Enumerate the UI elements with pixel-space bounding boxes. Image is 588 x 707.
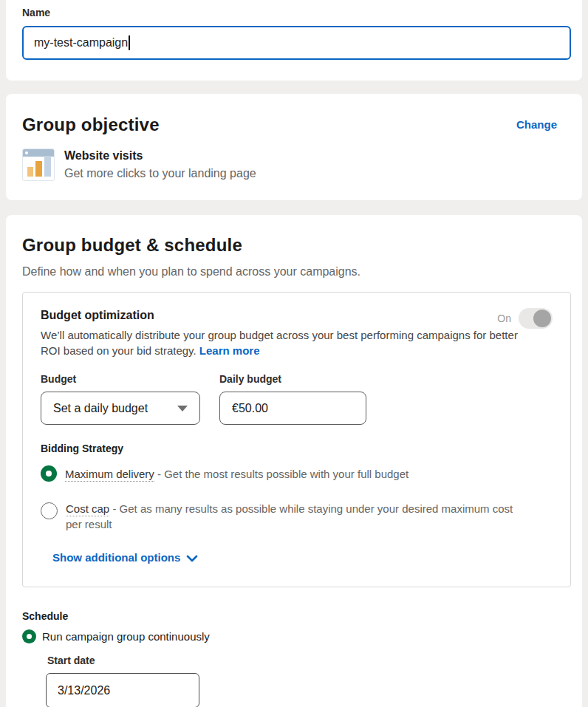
bidding-strategy-label: Bidding Strategy	[41, 443, 553, 454]
budget-optimization-panel: Budget optimization On We’ll automatical…	[22, 292, 571, 587]
maximum-delivery-description: - Get the most results possible with you…	[157, 468, 408, 480]
start-date-value: 3/13/2026	[58, 684, 110, 697]
campaign-name-card: Name my-test-campaign	[6, 0, 582, 81]
radio-run-continuously[interactable]	[22, 629, 36, 643]
website-bar-chart-icon	[22, 148, 55, 181]
daily-budget-value: €50.00	[232, 402, 268, 415]
budget-optimization-title: Budget optimization	[41, 309, 553, 322]
name-input[interactable]: my-test-campaign	[22, 26, 571, 60]
name-label: Name	[22, 7, 571, 18]
radio-maximum-delivery[interactable]	[41, 465, 57, 482]
chevron-down-icon	[186, 554, 198, 563]
budget-optimization-description: We’ll automatically distribute your grou…	[41, 329, 518, 357]
budget-type-label: Budget	[41, 373, 200, 385]
bidding-option-maximum-delivery: Maximum delivery - Get the most results …	[41, 465, 553, 482]
objective-description: Get more clicks to your landing page	[64, 165, 256, 182]
change-objective-link[interactable]: Change	[516, 118, 557, 131]
budget-type-value: Set a daily budget	[53, 402, 148, 415]
bidding-option-cost-cap: Cost cap - Get as many results as possib…	[41, 501, 553, 532]
cost-cap-name[interactable]: Cost cap	[66, 502, 109, 516]
show-additional-options-button[interactable]: Show additional options	[52, 551, 198, 564]
budget-schedule-subtitle: Define how and when you plan to spend ac…	[22, 265, 571, 279]
objective-name: Website visits	[64, 148, 256, 164]
budget-fields-row: Budget Set a daily budget Daily budget €…	[41, 373, 553, 425]
budget-schedule-title: Group budget & schedule	[22, 235, 571, 256]
radio-cost-cap[interactable]	[41, 502, 58, 519]
text-cursor	[129, 35, 130, 50]
start-date-input[interactable]: 3/13/2026	[46, 673, 199, 707]
daily-budget-label: Daily budget	[219, 373, 366, 385]
maximum-delivery-name[interactable]: Maximum delivery	[65, 468, 154, 482]
chevron-down-icon	[177, 406, 188, 411]
selected-objective: Website visits Get more clicks to your l…	[22, 148, 571, 182]
budget-type-select[interactable]: Set a daily budget	[41, 392, 200, 425]
browser-dot	[25, 151, 28, 154]
chart-bars	[27, 156, 51, 177]
name-input-value: my-test-campaign	[34, 36, 128, 49]
budget-optimization-toggle[interactable]	[519, 308, 553, 329]
budget-schedule-card: Group budget & schedule Define how and w…	[6, 215, 582, 707]
run-continuously-label: Run campaign group continuously	[42, 630, 210, 643]
show-additional-options-label: Show additional options	[52, 551, 180, 564]
budget-optimization-toggle-group: On	[497, 308, 553, 329]
group-objective-title: Group objective	[22, 115, 571, 135]
cost-cap-description: - Get as many results as possible while …	[66, 502, 513, 530]
toggle-knob	[533, 310, 551, 327]
daily-budget-input[interactable]: €50.00	[219, 392, 366, 425]
schedule-label: Schedule	[22, 610, 571, 622]
group-objective-card: Group objective Change Website visits Ge…	[6, 94, 582, 200]
toggle-state-label: On	[497, 312, 511, 324]
schedule-option-row: Run campaign group continuously	[22, 629, 571, 643]
start-date-label: Start date	[47, 655, 571, 666]
learn-more-link[interactable]: Learn more	[199, 344, 260, 357]
